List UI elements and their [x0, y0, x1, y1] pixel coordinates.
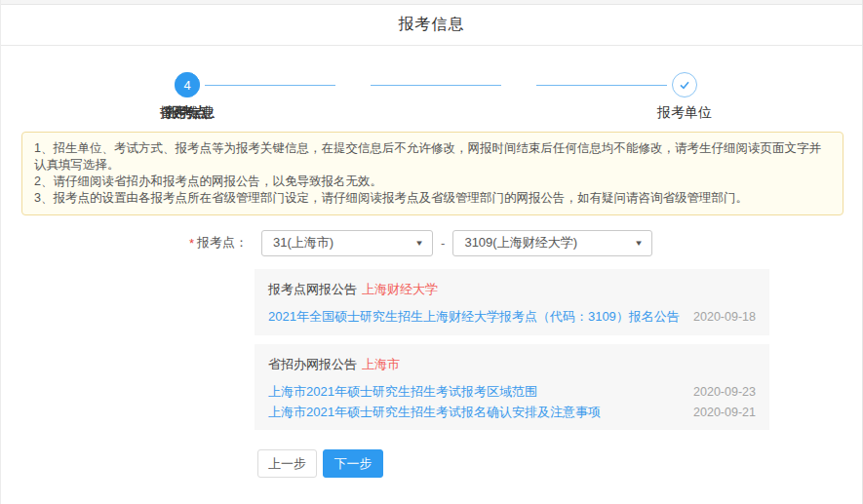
- site-announcement-panel: 报考点网报公告上海财经大学 2021年全国硕士研究生招生上海财经大学报考点（代码…: [255, 269, 769, 335]
- next-step-button[interactable]: 下一步: [323, 449, 383, 478]
- page-title: 报考信息: [399, 15, 465, 35]
- notice-line: 2、请仔细阅读省招办和报考点的网报公告，以免导致报名无效。: [34, 174, 831, 190]
- panel-title-highlight: 上海市: [362, 357, 400, 371]
- application-page: 报考信息 报考单位 备用信息 报考专业 4 报考点: [0, 0, 863, 504]
- announcement-date: 2020-09-23: [693, 382, 756, 402]
- announcement-row: 上海市2021年硕士研究生招生考试报考区域范围 2020-09-23: [268, 382, 756, 402]
- announcement-row: 2021年全国硕士研究生招生上海财经大学报考点（代码：3109）报名公告 202…: [268, 307, 756, 327]
- exam-site-select-value: 3109(上海财经大学): [464, 234, 577, 252]
- announcement-row: 上海市2021年硕士研究生招生考试报名确认安排及注意事项 2020-09-21: [268, 403, 756, 422]
- step-application-unit: 报考单位: [602, 72, 767, 122]
- exam-site-label: 报考点：: [197, 234, 248, 252]
- announcement-date: 2020-09-21: [693, 403, 756, 422]
- panel-title-highlight: 上海财经大学: [362, 282, 438, 296]
- panel-title-text: 报考点网报公告: [268, 282, 357, 296]
- notice-box: 1、招生单位、考试方式、报考点等为报考关键信息，在提交信息后不允许修改，网报时间…: [21, 132, 843, 215]
- province-announcement-panel: 省招办网报公告上海市 上海市2021年硕士研究生招生考试报考区域范围 2020-…: [255, 344, 769, 430]
- announcement-link[interactable]: 2021年全国硕士研究生招生上海财经大学报考点（代码：3109）报名公告: [268, 307, 680, 327]
- step-label: 报考点: [104, 104, 270, 122]
- exam-site-select[interactable]: 3109(上海财经大学) ▼: [452, 230, 652, 256]
- step-done-circle: [672, 72, 697, 97]
- province-select-value: 31(上海市): [273, 234, 333, 252]
- wizard-buttons: 上一步 下一步: [257, 449, 383, 478]
- select-separator: -: [441, 236, 445, 251]
- chevron-down-icon: ▼: [635, 239, 645, 248]
- step-label: 报考单位: [602, 104, 767, 122]
- province-select[interactable]: 31(上海市) ▼: [261, 230, 433, 256]
- wizard-stepper: 报考单位 备用信息 报考专业 4 报考点: [104, 72, 767, 119]
- notice-line: 1、招生单位、考试方式、报考点等为报考关键信息，在提交信息后不允许修改，网报时间…: [34, 140, 831, 174]
- panel-title-text: 省招办网报公告: [268, 357, 357, 371]
- page-header: 报考信息: [1, 5, 862, 46]
- previous-step-button[interactable]: 上一步: [257, 449, 317, 478]
- chevron-down-icon: ▼: [414, 239, 424, 248]
- announcement-date: 2020-09-18: [693, 307, 756, 327]
- panel-title: 省招办网报公告上海市: [268, 356, 756, 373]
- step-exam-site: 4 报考点: [104, 72, 270, 122]
- check-icon: [677, 77, 692, 93]
- step-active-circle: 4: [175, 72, 200, 97]
- exam-site-form-row: * 报考点： 31(上海市) ▼ - 3109(上海财经大学) ▼: [189, 229, 652, 256]
- announcement-link[interactable]: 上海市2021年硕士研究生招生考试报考区域范围: [268, 382, 537, 402]
- announcement-link[interactable]: 上海市2021年硕士研究生招生考试报名确认安排及注意事项: [268, 403, 601, 422]
- panel-title: 报考点网报公告上海财经大学: [268, 281, 756, 298]
- notice-line: 3、报考点的设置由各报考点所在省级管理部门设定，请仔细阅读报考点及省级管理部门的…: [34, 190, 831, 207]
- stepper-connector: [371, 85, 501, 86]
- required-asterisk: *: [189, 236, 194, 251]
